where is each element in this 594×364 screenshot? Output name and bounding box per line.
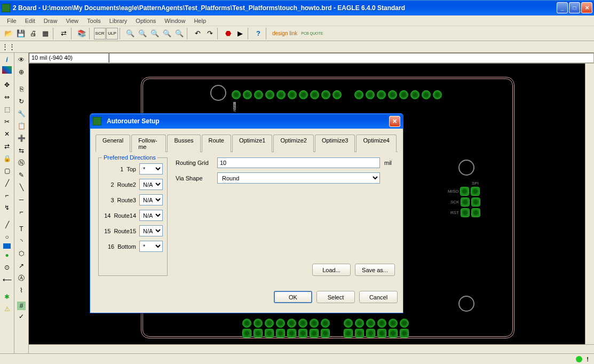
tab-optimize1[interactable]: Optimize1: [232, 134, 273, 152]
via-icon[interactable]: ●: [1, 249, 13, 261]
tab-optimize2[interactable]: Optimize2: [273, 134, 314, 152]
layer-direction-select[interactable]: *: [139, 241, 163, 252]
replace-icon[interactable]: ⇄: [1, 140, 13, 152]
wire-step-icon[interactable]: ⌐: [1, 189, 13, 201]
delete-icon[interactable]: ✕: [1, 128, 13, 140]
library-icon[interactable]: 📚: [76, 28, 88, 39]
tab-optimize4[interactable]: Optimize4: [356, 134, 397, 152]
cancel-button[interactable]: Cancel: [359, 291, 398, 303]
circle-icon[interactable]: ○: [1, 231, 13, 243]
horizontal-scrollbar[interactable]: [29, 344, 594, 353]
maximize-button[interactable]: □: [569, 2, 580, 13]
chip-icon[interactable]: ▢: [1, 165, 13, 177]
tab-route[interactable]: Route: [202, 134, 231, 152]
undo-icon[interactable]: ↶: [192, 28, 203, 39]
menu-edit[interactable]: Edit: [21, 17, 39, 25]
saveas-button[interactable]: Save as...: [355, 264, 395, 276]
pcbquote-button[interactable]: PCB QUOTE: [299, 31, 324, 35]
errors-icon[interactable]: ⚠: [1, 303, 13, 315]
menu-tools[interactable]: Tools: [83, 17, 105, 25]
change-icon[interactable]: 🔧: [15, 108, 27, 120]
route-icon[interactable]: ╱: [1, 177, 13, 189]
dialog-close-button[interactable]: ✕: [389, 116, 400, 127]
add-icon[interactable]: ➕: [15, 132, 27, 144]
polygon-icon[interactable]: ⬡: [15, 248, 27, 259]
ripup-icon[interactable]: ╲: [15, 181, 27, 193]
zoom-redraw-icon[interactable]: 🔍: [161, 28, 173, 39]
routing-grid-input[interactable]: [217, 157, 380, 168]
ratsnest-icon[interactable]: ✱: [1, 291, 13, 303]
paste-icon[interactable]: 📋: [15, 120, 27, 132]
copy-icon[interactable]: ⎘: [15, 83, 27, 95]
rotate-icon[interactable]: ↻: [15, 96, 27, 107]
ulp-icon[interactable]: ULP: [106, 28, 118, 39]
rect-icon[interactable]: [3, 243, 11, 249]
switch-icon[interactable]: ⇄: [58, 28, 69, 39]
zoom-out-icon[interactable]: 🔍: [149, 28, 161, 39]
tab-optimize3[interactable]: Optimize3: [315, 134, 355, 152]
script-icon[interactable]: SCR: [94, 28, 106, 39]
wire-icon[interactable]: ─: [15, 194, 27, 205]
grid-icon[interactable]: ⋮⋮: [3, 41, 14, 53]
lock-icon[interactable]: 🔒: [1, 153, 13, 164]
line-icon[interactable]: ╱: [1, 219, 13, 231]
layer-direction-select[interactable]: N/A: [139, 179, 163, 190]
meander-icon[interactable]: ⌇: [15, 284, 27, 296]
layer-direction-select[interactable]: N/A: [139, 194, 163, 205]
save-icon[interactable]: 💾: [15, 28, 27, 39]
tab-busses[interactable]: Busses: [167, 134, 200, 152]
name-icon[interactable]: Ⓝ: [15, 157, 27, 169]
layer-direction-select[interactable]: N/A: [139, 225, 163, 236]
zoom-in-icon[interactable]: 🔍: [137, 28, 148, 39]
command-input[interactable]: [109, 53, 594, 63]
smash-icon[interactable]: ✎: [15, 169, 27, 181]
stop-icon[interactable]: ⬣: [222, 28, 234, 39]
arc-icon[interactable]: ◝: [15, 235, 27, 247]
layer-direction-select[interactable]: N/A: [139, 210, 163, 221]
text-icon[interactable]: T: [15, 223, 27, 235]
vertical-scrollbar[interactable]: [585, 64, 594, 344]
menu-library[interactable]: Library: [105, 17, 132, 25]
designlink-button[interactable]: design link: [271, 30, 299, 36]
split-icon[interactable]: ↯: [1, 202, 13, 213]
select-button[interactable]: Select: [316, 291, 355, 303]
attribute-icon[interactable]: Ⓐ: [15, 272, 27, 284]
pinswap-icon[interactable]: ⇆: [15, 145, 27, 156]
ok-button[interactable]: OK: [274, 291, 312, 303]
dimension-icon[interactable]: ⟵: [1, 274, 13, 286]
layer-direction-select[interactable]: *: [139, 163, 163, 175]
open-icon[interactable]: 📂: [3, 28, 14, 39]
redo-icon[interactable]: ↷: [204, 28, 216, 39]
via-shape-select[interactable]: Round: [217, 172, 380, 184]
info-icon[interactable]: i: [1, 54, 13, 66]
zoom-select-icon[interactable]: 🔍: [173, 28, 185, 39]
mark-icon[interactable]: ⊕: [15, 66, 27, 78]
minimize-button[interactable]: _: [557, 2, 568, 13]
menu-window[interactable]: Window: [160, 17, 189, 25]
print-icon[interactable]: 🖨: [27, 28, 39, 39]
miter-icon[interactable]: ⌐: [15, 206, 27, 218]
tab-followme[interactable]: Follow-me: [131, 134, 166, 152]
hole-icon[interactable]: ⊙: [1, 262, 13, 273]
tab-general[interactable]: General: [96, 134, 130, 152]
signal-icon[interactable]: ↗: [15, 260, 27, 272]
cam-icon[interactable]: ▦: [39, 28, 51, 39]
menu-options[interactable]: Options: [131, 17, 160, 25]
mirror-icon[interactable]: ⇔: [1, 91, 13, 103]
zoom-fit-icon[interactable]: 🔍: [124, 28, 136, 39]
move-icon[interactable]: ✥: [1, 79, 13, 91]
group-icon[interactable]: ⬚: [1, 104, 13, 115]
menu-file[interactable]: File: [3, 17, 21, 25]
drc-icon[interactable]: ✓: [15, 311, 27, 322]
cut-icon[interactable]: ✂: [1, 116, 13, 128]
menu-draw[interactable]: Draw: [39, 17, 62, 25]
show-icon[interactable]: 👁: [15, 54, 27, 66]
go-icon[interactable]: ▶: [234, 28, 246, 39]
auto-icon[interactable]: #: [17, 302, 26, 310]
close-button[interactable]: ✕: [581, 2, 592, 13]
help-icon[interactable]: ?: [252, 28, 264, 39]
layer-icon[interactable]: [2, 66, 12, 74]
load-button[interactable]: Load...: [312, 264, 351, 276]
menu-help[interactable]: Help: [189, 17, 210, 25]
menu-view[interactable]: View: [61, 17, 83, 25]
